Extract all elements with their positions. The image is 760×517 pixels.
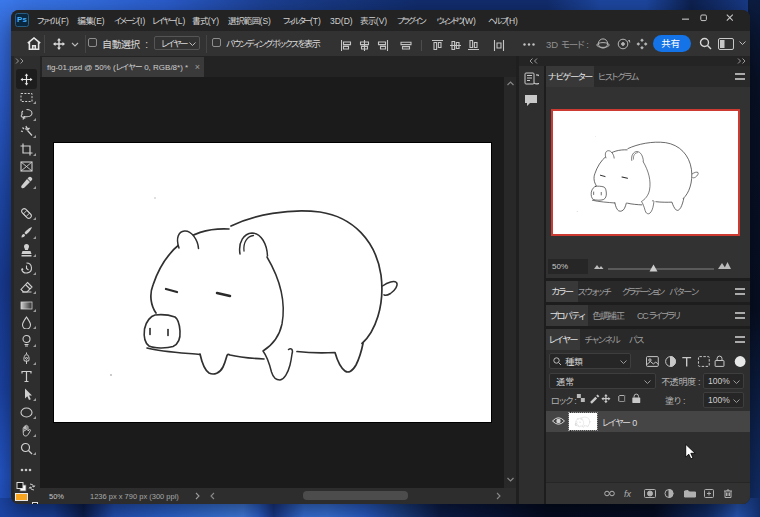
svg-text:fx: fx [624, 489, 632, 498]
